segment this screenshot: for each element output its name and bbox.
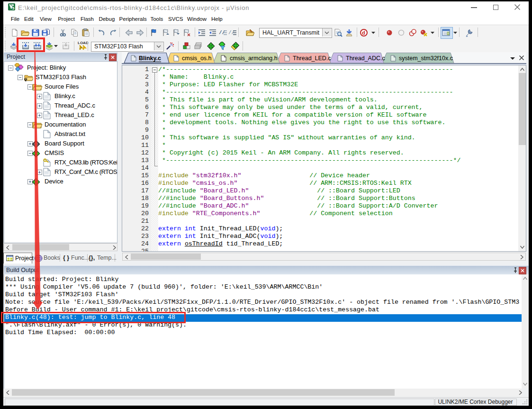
- svg-text:d: d: [362, 30, 365, 36]
- svg-text:LOAD: LOAD: [78, 41, 89, 45]
